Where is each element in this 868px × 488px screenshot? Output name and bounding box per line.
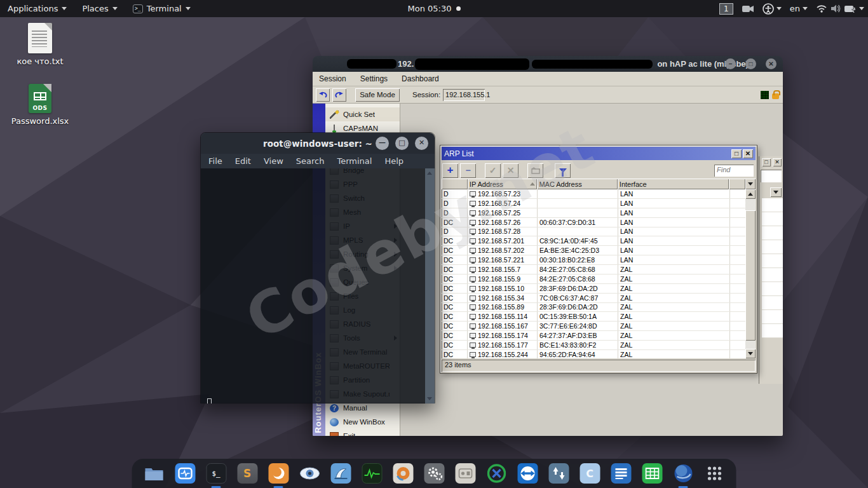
table-row[interactable] bbox=[762, 212, 783, 226]
menu-edit[interactable]: Edit bbox=[235, 156, 251, 166]
dock-tweaks-icon[interactable] bbox=[455, 463, 476, 484]
interface-column-header[interactable]: Interface bbox=[618, 179, 729, 189]
sidebar-item[interactable]: New WinBox bbox=[325, 415, 400, 429]
sidebar-item[interactable]: Quick Set bbox=[325, 107, 400, 121]
arp-table-row[interactable]: D 192.168.57.24 LAN bbox=[442, 199, 745, 208]
arp-table-row[interactable]: DC 192.168.57.26 00:60:37:C9:D0:31 LAN bbox=[442, 218, 745, 227]
add-button[interactable]: + bbox=[442, 163, 458, 178]
column-menu-button[interactable] bbox=[745, 179, 756, 189]
arp-table-row[interactable]: DC 192.168.155.9 84:2E:27:05:C8:68 ZAL bbox=[442, 274, 745, 284]
menu-terminal[interactable]: Terminal bbox=[337, 156, 372, 166]
dock-file-transfer-icon[interactable] bbox=[548, 463, 569, 484]
dock-show-applications-icon[interactable] bbox=[704, 463, 725, 484]
menu-settings[interactable]: Settings bbox=[360, 74, 388, 83]
find-input[interactable]: Find bbox=[714, 165, 754, 177]
arp-table-row[interactable]: DC 192.168.57.202 EA:BE:3E:4C:25:D3 LAN bbox=[442, 246, 745, 255]
arp-table-row[interactable]: DC 192.168.57.221 00:30:18:B0:22:E8 LAN bbox=[442, 255, 745, 265]
screen-recorder-icon[interactable] bbox=[742, 4, 754, 14]
table-row[interactable] bbox=[762, 282, 783, 296]
dock-eye-viewer-icon[interactable] bbox=[299, 463, 320, 484]
accessibility-menu[interactable] bbox=[763, 3, 782, 15]
desktop-file-xlsx[interactable]: ODS Password.xlsx bbox=[5, 84, 75, 126]
terminal-title-bar[interactable]: root@windows-user: ~ — □ ✕ bbox=[201, 133, 435, 154]
dock-word-processor-icon[interactable] bbox=[611, 463, 632, 484]
table-row[interactable] bbox=[762, 268, 783, 282]
table-row[interactable] bbox=[762, 240, 783, 254]
vertical-scrollbar[interactable] bbox=[745, 189, 756, 358]
dropdown-button[interactable] bbox=[770, 187, 782, 197]
terminal-content[interactable] bbox=[201, 168, 435, 403]
close-button[interactable]: ✕ bbox=[415, 137, 428, 150]
dock-teamviewer-icon[interactable] bbox=[517, 463, 538, 484]
places-menu[interactable]: Places bbox=[74, 0, 125, 17]
minimize-button[interactable]: – bbox=[725, 58, 736, 69]
dock-c-app-icon[interactable]: C bbox=[580, 463, 600, 484]
workspace-indicator[interactable]: 1 bbox=[719, 3, 733, 15]
system-status-menu[interactable] bbox=[816, 4, 864, 13]
winbox-title-bar[interactable]: 192. on hAP ac lite (mipsbe) – □ ✕ bbox=[313, 56, 783, 72]
session-value-field[interactable]: 192.168.155.1 bbox=[443, 89, 485, 101]
dock-disk-writer-icon[interactable] bbox=[393, 463, 414, 484]
table-row[interactable] bbox=[762, 226, 783, 240]
dock-remmina-icon[interactable] bbox=[486, 463, 507, 484]
menu-file[interactable]: File bbox=[208, 156, 222, 166]
arp-table-row[interactable]: DC 192.168.57.201 C8:9C:1A:0D:4F:45 LAN bbox=[442, 236, 745, 246]
dock-terminal-icon[interactable]: $_ bbox=[206, 463, 227, 484]
maximize-button[interactable]: □ bbox=[745, 58, 756, 69]
desktop-file-txt[interactable]: кое что.txt bbox=[5, 23, 75, 66]
menu-view[interactable]: View bbox=[264, 156, 283, 166]
minimize-button[interactable]: — bbox=[376, 137, 389, 150]
sidebar-item[interactable]: Exit bbox=[325, 429, 400, 436]
applications-menu[interactable]: Applications bbox=[0, 0, 74, 17]
ip-column-header[interactable]: IP Address bbox=[468, 179, 538, 189]
text-field[interactable] bbox=[761, 170, 782, 182]
terminal-scrollbar[interactable] bbox=[425, 168, 435, 403]
scroll-down-button[interactable] bbox=[745, 349, 756, 358]
table-row[interactable] bbox=[762, 310, 783, 324]
menu-help[interactable]: Help bbox=[384, 156, 403, 166]
mac-column-header[interactable]: MAC Address bbox=[537, 179, 617, 189]
remove-button[interactable]: − bbox=[460, 163, 476, 178]
close-button[interactable]: ✕ bbox=[743, 149, 753, 158]
close-button[interactable]: ✕ bbox=[766, 58, 776, 69]
comment-button[interactable] bbox=[527, 163, 543, 178]
language-menu[interactable]: en bbox=[790, 4, 808, 13]
maximize-button[interactable]: □ bbox=[395, 137, 409, 150]
arp-table-row[interactable]: D 192.168.57.28 LAN bbox=[442, 227, 745, 237]
arp-table-row[interactable]: DC 192.168.155.114 0C:15:39:EB:50:1A ZAL bbox=[442, 312, 745, 322]
flags-column-header[interactable] bbox=[442, 179, 468, 189]
dock-settings-gears-icon[interactable] bbox=[424, 463, 445, 484]
menu-session[interactable]: Session bbox=[319, 74, 346, 83]
table-row[interactable] bbox=[762, 198, 783, 212]
redo-button[interactable] bbox=[332, 88, 346, 102]
table-row[interactable] bbox=[762, 296, 783, 310]
arp-table-row[interactable]: DC 192.168.155.177 BC:E1:43:83:80:F2 ZAL bbox=[442, 341, 745, 350]
filter-button[interactable] bbox=[555, 163, 571, 178]
arp-table-row[interactable]: D 192.168.57.23 LAN bbox=[442, 189, 745, 199]
dock-file-manager-icon[interactable] bbox=[144, 463, 165, 484]
arp-table-row[interactable]: DC 192.168.155.244 94:65:2D:FA:94:64 ZAL bbox=[442, 350, 745, 358]
arp-table-row[interactable]: DC 192.168.155.167 3C:77:E6:E6:24:8D ZAL bbox=[442, 322, 745, 331]
maximize-button[interactable]: □ bbox=[762, 158, 771, 166]
table-row[interactable] bbox=[762, 254, 783, 268]
menu-dashboard[interactable]: Dashboard bbox=[402, 74, 439, 83]
dock-wireshark-icon[interactable] bbox=[330, 463, 351, 484]
arp-title-bar[interactable]: ARP List □ ✕ bbox=[442, 147, 756, 160]
scrollbar-thumb[interactable] bbox=[745, 210, 756, 341]
menu-search[interactable]: Search bbox=[296, 156, 325, 166]
dock-sublime-text-icon[interactable]: S bbox=[237, 463, 258, 484]
safe-mode-button[interactable]: Safe Mode bbox=[355, 88, 400, 102]
maximize-button[interactable]: □ bbox=[731, 149, 742, 158]
arp-table-row[interactable]: DC 192.168.155.10 28:3F:69:D6:DA:2D ZAL bbox=[442, 284, 745, 294]
disable-button[interactable]: ✕ bbox=[503, 163, 519, 178]
close-button[interactable]: ✕ bbox=[773, 158, 782, 166]
arp-table-row[interactable]: DC 192.168.155.174 64:27:37:AF:D3:EB ZAL bbox=[442, 331, 745, 341]
dock-browser-icon[interactable] bbox=[268, 463, 289, 484]
dock-system-monitor-icon[interactable] bbox=[362, 463, 383, 484]
terminal-app-menu[interactable]: >_ Terminal bbox=[125, 0, 198, 17]
arp-table-row[interactable]: DC 192.168.155.7 84:2E:27:05:C8:68 ZAL bbox=[442, 265, 745, 274]
arp-table-row[interactable]: DC 192.168.155.34 7C:0B:C6:37:AC:87 ZAL bbox=[442, 294, 745, 303]
scroll-up-button[interactable] bbox=[745, 189, 756, 199]
dock-activity-monitor-icon[interactable] bbox=[175, 463, 196, 484]
arp-table-row[interactable]: DC 192.168.155.89 28:3F:69:D6:DA:2D ZAL bbox=[442, 303, 745, 313]
